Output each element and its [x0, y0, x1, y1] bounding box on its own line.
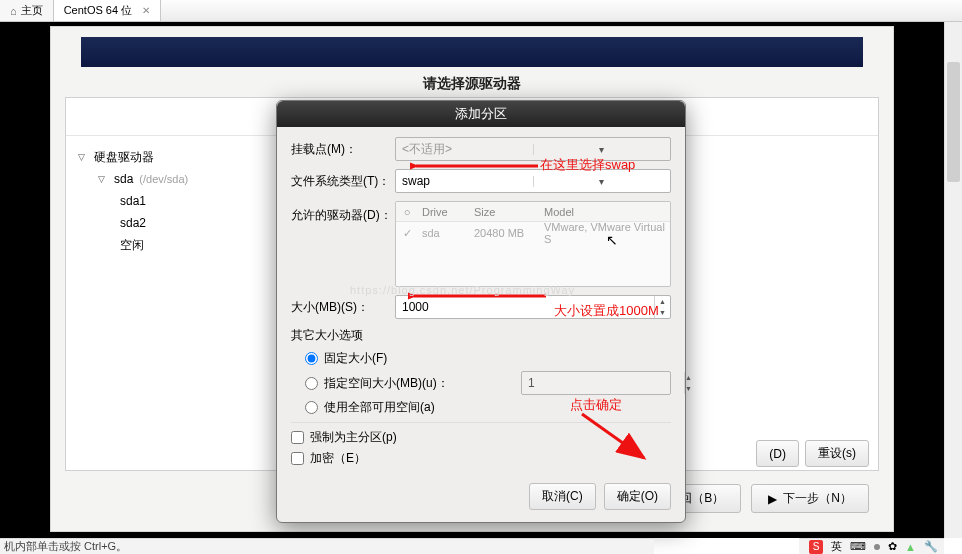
system-tray: S 英 ⌨ ✿ ▲ 🔧: [799, 538, 944, 554]
radio-fixed-input[interactable]: [305, 352, 318, 365]
upload-icon: ▲: [905, 541, 916, 553]
chevron-down-icon: ▾: [533, 144, 671, 155]
tab-vm[interactable]: CentOS 64 位 ✕: [54, 0, 161, 21]
radio-label: 使用全部可用空间(a): [324, 399, 435, 416]
panel-buttons: (D) 重设(s): [756, 440, 869, 467]
tab-home[interactable]: ⌂ 主页: [0, 0, 54, 21]
drive-row[interactable]: ✓ sda 20480 MB VMware, VMware Virtual S: [396, 222, 670, 244]
drive-name: sda: [418, 227, 470, 239]
status-text: 机内部单击或按 Ctrl+G。: [4, 539, 127, 554]
tree-devpath: (/dev/sda): [139, 168, 188, 190]
col-drive: Drive: [418, 206, 470, 218]
drive-size: 20480 MB: [470, 227, 540, 239]
check-primary-input[interactable]: [291, 431, 304, 444]
keyboard-icon[interactable]: ⌨: [850, 540, 866, 553]
radio-all[interactable]: 使用全部可用空间(a): [305, 399, 671, 416]
spin-up-icon[interactable]: ▲: [655, 296, 670, 307]
radio-upto-input[interactable]: [305, 377, 318, 390]
drive-model: VMware, VMware Virtual S: [540, 221, 670, 245]
radio-upto[interactable]: 指定空间大小(MB)(u)： ▲▼: [305, 371, 671, 395]
size-input[interactable]: [396, 296, 654, 318]
tree-label: 硬盘驱动器: [94, 146, 154, 168]
spin-down-icon[interactable]: ▼: [655, 307, 670, 318]
radio-label: 固定大小(F): [324, 350, 387, 367]
mount-combo[interactable]: <不适用> ▾: [395, 137, 671, 161]
settings-icon[interactable]: ✿: [888, 540, 897, 553]
tray-dot-icon: [874, 544, 880, 550]
installer-title: 请选择源驱动器: [51, 75, 893, 93]
caret-down-icon: ▽: [78, 146, 88, 168]
drive-check: ✓: [396, 227, 418, 240]
col-check: ○: [396, 206, 418, 218]
dialog-title: 添加分区: [277, 101, 685, 127]
ok-button[interactable]: 确定(O): [604, 483, 671, 510]
chevron-down-icon: ▾: [533, 176, 671, 187]
upto-spinner: ▲▼: [521, 371, 671, 395]
radio-label: 指定空间大小(MB)(u)：: [324, 375, 449, 392]
spin-up-icon: ▲: [685, 372, 692, 383]
upto-input: [522, 372, 684, 394]
check-label: 强制为主分区(p): [310, 429, 397, 446]
arrow-right-icon: ▶: [768, 492, 777, 506]
check-primary[interactable]: 强制为主分区(p): [291, 429, 671, 446]
col-size: Size: [470, 206, 540, 218]
caret-down-icon: ▽: [98, 168, 108, 190]
check-encrypt-input[interactable]: [291, 452, 304, 465]
combo-value: swap: [396, 174, 533, 188]
col-model: Model: [540, 206, 670, 218]
tab-label: CentOS 64 位: [64, 3, 132, 18]
combo-value: <不适用>: [396, 141, 533, 158]
installer-banner: [81, 37, 863, 67]
status-bar: 机内部单击或按 Ctrl+G。: [0, 538, 654, 554]
drives-list[interactable]: ○ Drive Size Model ✓ sda 20480 MB VMware…: [395, 201, 671, 287]
radio-fixed[interactable]: 固定大小(F): [305, 350, 671, 367]
scrollbar-thumb[interactable]: [947, 62, 960, 182]
other-size-group: 其它大小选项: [291, 327, 671, 344]
radio-all-input[interactable]: [305, 401, 318, 414]
check-encrypt[interactable]: 加密（E）: [291, 450, 671, 467]
add-partition-dialog: 添加分区 挂载点(M)： <不适用> ▾ 文件系统类型(T)： swap ▾ 允…: [276, 100, 686, 523]
ime-lang[interactable]: 英: [831, 539, 842, 554]
check-label: 加密（E）: [310, 450, 366, 467]
mount-label: 挂载点(M)：: [291, 141, 395, 158]
vertical-scrollbar[interactable]: [944, 22, 962, 538]
cancel-button[interactable]: 取消(C): [529, 483, 596, 510]
tab-bar: ⌂ 主页 CentOS 64 位 ✕: [0, 0, 962, 22]
drives-header: ○ Drive Size Model: [396, 202, 670, 222]
nav-label: 下一步（N）: [783, 490, 852, 507]
reset-button[interactable]: 重设(s): [805, 440, 869, 467]
drives-label: 允许的驱动器(D)：: [291, 201, 395, 224]
tab-label: 主页: [21, 3, 43, 18]
spin-down-icon: ▼: [685, 383, 692, 394]
undo-button[interactable]: (D): [756, 440, 799, 467]
next-button[interactable]: ▶ 下一步（N）: [751, 484, 869, 513]
wrench-icon[interactable]: 🔧: [924, 540, 938, 553]
size-label: 大小(MB)(S)：: [291, 299, 395, 316]
size-spinner[interactable]: ▲ ▼: [395, 295, 671, 319]
close-icon[interactable]: ✕: [142, 5, 150, 16]
home-icon: ⌂: [10, 5, 17, 17]
fstype-combo[interactable]: swap ▾: [395, 169, 671, 193]
sogou-ime-icon[interactable]: S: [809, 540, 823, 554]
tree-label: sda: [114, 168, 133, 190]
fstype-label: 文件系统类型(T)：: [291, 173, 395, 190]
